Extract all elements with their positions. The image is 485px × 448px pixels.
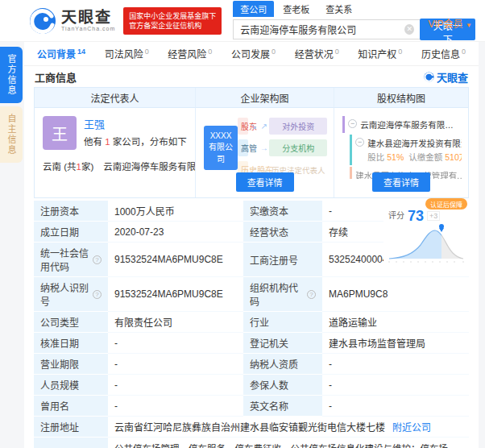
field-value: 云南省红河哈尼族彝族自治州建水县临安镇觐光街电信大楼七楼 附近公司 [108, 417, 469, 438]
nearby-companies-link[interactable]: 附近公司 [392, 420, 431, 433]
equity-tree: − 云南迎海停车服务有限公司 −建水县迎海开发投资有限责任公司股比51%认缴金额… [342, 116, 462, 179]
field-label: 参保人数 [243, 375, 322, 396]
table-row: 核准日期-登记机关建水县市场监督管理局 [34, 333, 469, 354]
certification-badge[interactable]: 认证后保障 [425, 198, 467, 209]
info-icon[interactable]: ? [93, 290, 102, 299]
nav-tab-6[interactable]: 历史信息0 [421, 47, 466, 60]
equity-chart-header: 股权结构图 [334, 88, 468, 108]
equity-chart-detail-button[interactable]: 查看详情 [372, 172, 430, 192]
chevron-down-icon: ▼ [466, 22, 472, 29]
field-label: 经营范围 [34, 438, 108, 448]
tianyancha-eye-icon [29, 7, 56, 35]
tianyancha-logo[interactable]: 天眼查 TianYanCha.com [29, 7, 115, 35]
nav-tab-0[interactable]: 公司背景14 [37, 47, 85, 60]
nav-tab-5[interactable]: 知识产权0 [358, 47, 402, 60]
field-value: - [108, 396, 243, 417]
org-chart-detail-button[interactable]: 查看详情 [236, 172, 294, 192]
field-label: 经营状态 [243, 222, 322, 243]
legal-rep-region-row: 云南 (共1家) 云南迎海停车服务有限...等 [43, 160, 189, 172]
org-chart-diagram: 股东 ↘ XXXX有限公司 ↗ 对外投资 高管 → → 分支机构 历史股东 ↗ … [204, 118, 327, 178]
business-info-table: 注册资本1000万人民币实缴资本-成立日期2020-07-23经营状态存续统一社… [34, 201, 469, 448]
field-label: 成立日期 [34, 222, 108, 243]
equity-child-node[interactable]: −建水县迎海开发投资有限责任公司股比51%认缴金额510万元人民币 [350, 135, 462, 165]
field-value: 道路运输业 [322, 312, 469, 333]
equity-chart-panel: − 云南迎海停车服务有限公司 −建水县迎海开发投资有限责任公司股比51%认缴金额… [334, 108, 468, 197]
table-row-scope: 经营范围 公共停车场管理、停车服务、停车费征收、公共停车场信息化建设与维护；停车… [34, 438, 469, 448]
info-icon[interactable]: ? [307, 290, 316, 299]
table-row-address: 注册地址 云南省红河哈尼族彝族自治州建水县临安镇觐光街电信大楼七楼 附近公司 [34, 417, 469, 438]
collapse-icon[interactable]: − [348, 119, 357, 128]
org-center-company: XXXX有限公司 [204, 126, 238, 170]
field-label: 英文名称 [243, 396, 322, 417]
field-label: 核准日期 [34, 333, 108, 354]
arrow-icon: ↗ [259, 122, 269, 131]
field-label: 统一社会信用代码? [34, 243, 108, 277]
field-value: 有限责任公司 [108, 312, 243, 333]
field-label: 注册地址 [34, 417, 108, 438]
left-side-tabs: 官方信息 自主信息 [0, 47, 21, 166]
search-tab[interactable]: 查公司 [233, 1, 274, 17]
field-label: 组织机构代码? [243, 277, 322, 312]
field-label: 曾用名 [34, 396, 108, 417]
company-score-widget: 认证后保障 评分 73 +3 [383, 201, 469, 270]
nav-tab-1[interactable]: 司法风险0 [105, 47, 149, 60]
info-icon[interactable]: ? [93, 255, 102, 264]
field-value: MA6PMU9C8 [322, 277, 469, 312]
legal-rep-company-link[interactable]: 云南迎海停车服务有限...等 [103, 160, 195, 172]
org-chart-header: 企业架构图 [195, 88, 334, 108]
brand-domain: TianYanCha.com [61, 26, 115, 31]
org-badge-shareholder: 股东 [238, 118, 248, 135]
field-label: 公司类型 [34, 312, 108, 333]
org-badge-executives: 高管 [238, 139, 248, 156]
company-card: 公司背景14司法风险0经营风险0公司发展0经营状况0知识产权0历史信息0 工商信… [24, 42, 479, 448]
field-value: - [322, 375, 469, 396]
arrow-icon: → [248, 143, 259, 152]
search-input[interactable] [233, 19, 421, 39]
field-value: - [322, 354, 469, 375]
score-distribution-chart [387, 222, 467, 264]
field-value: 2020-07-23 [108, 222, 243, 243]
nav-tab-4[interactable]: 经营状况0 [295, 47, 339, 60]
search-tab[interactable]: 查老板 [276, 1, 317, 17]
legal-rep-header: 法定代表人 [35, 88, 195, 108]
field-value: - [108, 375, 243, 396]
field-label: 行业 [243, 312, 322, 333]
legal-rep-avatar[interactable]: 王 [43, 116, 77, 150]
tianyancha-eye-icon [424, 72, 434, 82]
nav-tab-2[interactable]: 经营风险0 [168, 47, 212, 60]
top-header: 天眼查 TianYanCha.com 国家中小企业发展基金旗下 官方备案企业征信… [0, 0, 485, 42]
table-row: 营业期限-纳税人资质- [34, 354, 469, 375]
side-tab-official-info[interactable]: 官方信息 [0, 47, 23, 103]
table-row: 公司类型有限责任公司行业道路运输业 [34, 312, 469, 333]
field-label: 实缴资本 [243, 201, 322, 222]
field-label: 工商注册号 [243, 243, 322, 277]
arrow-icon: ↘ [248, 122, 259, 131]
equity-root-node[interactable]: − 云南迎海停车服务有限公司 [342, 116, 462, 133]
vip-menu[interactable]: VIP会员 ▼ [428, 16, 472, 30]
field-label: 人员规模 [34, 375, 108, 396]
score-label: 评分 [388, 209, 404, 222]
nav-tab-3[interactable]: 公司发展0 [231, 47, 276, 60]
search-tab[interactable]: 查关系 [318, 1, 359, 17]
field-value: 1000万人民币 [108, 201, 243, 222]
org-chart-panel: 股东 ↘ XXXX有限公司 ↗ 对外投资 高管 → → 分支机构 历史股东 ↗ … [195, 108, 334, 197]
field-value: - [108, 333, 243, 354]
field-value: 91532524MA6PMU9C8E [108, 243, 243, 277]
search-tabs: 查公司查老板查关系 [233, 1, 475, 17]
field-value: 建水县市场监督管理局 [322, 333, 469, 354]
score-delta: +3 [427, 211, 440, 221]
tianyancha-watermark: 天眼查 [424, 69, 468, 85]
field-value: 公共停车场管理、停车服务、停车费征收、公共停车场信息化建设与维护；停车场、城市道… [108, 438, 469, 448]
field-label: 纳税人识别号? [34, 277, 108, 312]
field-label: 营业期限 [34, 354, 108, 375]
collapse-icon[interactable]: − [355, 138, 364, 147]
nav-tabs: 公司背景14司法风险0经营风险0公司发展0经营状况0知识产权0历史信息0 [24, 42, 479, 66]
legal-rep-name-link[interactable]: 王强 [84, 116, 187, 131]
arrow-icon: → [259, 143, 269, 152]
side-tab-self-info[interactable]: 自主信息 [0, 106, 23, 163]
field-label: 纳税人资质 [243, 354, 322, 375]
field-value: - [322, 396, 469, 417]
table-row: 纳税人识别号?91532524MA6PMU9C8E组织机构代码?MA6PMU9C… [34, 277, 469, 312]
field-label: 注册资本 [34, 201, 108, 222]
section-title: 工商信息 [35, 69, 77, 85]
